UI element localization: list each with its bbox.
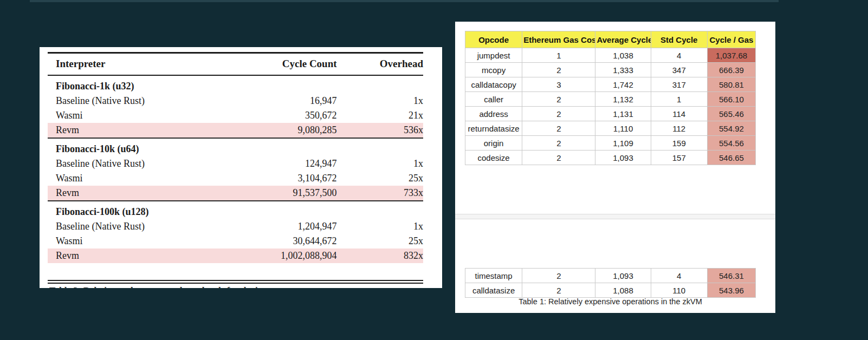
page-break-divider xyxy=(455,214,775,219)
cycle-per-gas-cell: 565.46 xyxy=(707,107,755,121)
cycle-per-gas-cell: 546.65 xyxy=(707,151,755,165)
table-header-row: Interpreter Cycle Count Overhead xyxy=(48,53,423,76)
section-title-row: Fibonacci-1k (u32) xyxy=(48,75,423,94)
table-row: Baseline (Native Rust) 124,947 1x xyxy=(48,156,423,171)
table-row: timestamp 2 1,093 4 546.31 xyxy=(465,269,756,283)
gas-cell: 2 xyxy=(522,63,595,77)
interpreter-name: Baseline (Native Rust) xyxy=(48,156,224,171)
table-row: Wasmi 30,644,672 25x xyxy=(48,234,423,249)
gas-cell: 2 xyxy=(522,136,595,151)
table-row: Baseline (Native Rust) 1,204,947 1x xyxy=(48,219,423,234)
gas-cell: 2 xyxy=(522,121,595,136)
avg-cycle-cell: 1,333 xyxy=(595,63,651,77)
std-cycle-cell: 4 xyxy=(651,269,707,283)
col-header-cycle-per-gas: Cycle / Gas xyxy=(707,31,755,48)
opcode-cell: caller xyxy=(465,92,522,107)
interpreter-name: Baseline (Native Rust) xyxy=(48,94,224,108)
opcode-cell: jumpdest xyxy=(465,48,522,63)
std-cycle-cell: 1 xyxy=(651,92,707,107)
cycle-per-gas-cell: 554.92 xyxy=(707,121,755,136)
opcode-cell: address xyxy=(465,107,522,121)
table-row: address 2 1,131 114 565.46 xyxy=(465,107,756,121)
cycle-per-gas-cell: 666.39 xyxy=(707,63,755,77)
avg-cycle-cell: 1,131 xyxy=(595,107,651,121)
opcode-cell: calldatacopy xyxy=(465,77,522,92)
table-row: returndatasize 2 1,110 112 554.92 xyxy=(465,121,756,136)
interpreter-name: Wasmi xyxy=(48,108,224,123)
table-row: origin 2 1,109 159 554.56 xyxy=(465,136,756,151)
col-header-opcode: Opcode xyxy=(465,31,522,48)
opcode-cell: calldatasize xyxy=(465,283,522,298)
col-header-std-cycle: Std Cycle xyxy=(651,31,707,48)
section-title: Fibonacci-100k (u128) xyxy=(48,201,423,219)
cycle-count-value: 1,002,088,904 xyxy=(224,249,337,263)
section-title: Fibonacci-10k (u64) xyxy=(48,138,423,156)
window-top-edge xyxy=(30,0,779,2)
interpreter-name: Revm xyxy=(48,186,224,201)
cycle-count-value: 16,947 xyxy=(224,94,337,108)
section-title-row: Fibonacci-100k (u128) xyxy=(48,201,423,219)
table-row: Baseline (Native Rust) 16,947 1x xyxy=(48,94,423,108)
interpreter-name: Wasmi xyxy=(48,234,224,249)
table-bottom-rule xyxy=(48,280,423,284)
std-cycle-cell: 159 xyxy=(651,136,707,151)
std-cycle-cell: 4 xyxy=(651,48,707,63)
table-row: codesize 2 1,093 157 546.65 xyxy=(465,151,756,165)
avg-cycle-cell: 1,132 xyxy=(595,92,651,107)
cycle-per-gas-cell: 580.81 xyxy=(707,77,755,92)
section-title-row: Fibonacci-10k (u64) xyxy=(48,138,423,156)
table-row: Wasmi 350,672 21x xyxy=(48,108,423,123)
avg-cycle-cell: 1,109 xyxy=(595,136,651,151)
gas-cell: 1 xyxy=(522,48,595,63)
cycle-count-value: 3,104,672 xyxy=(224,171,337,186)
avg-cycle-cell: 1,088 xyxy=(595,283,651,298)
gas-cell: 2 xyxy=(522,283,595,298)
paper-benchmark-panel: Interpreter Cycle Count Overhead Fibonac… xyxy=(40,47,442,288)
table-row-highlighted: Revm 91,537,500 733x xyxy=(48,186,423,201)
avg-cycle-cell: 1,093 xyxy=(595,151,651,165)
gas-cell: 3 xyxy=(522,77,595,92)
std-cycle-cell: 157 xyxy=(651,151,707,165)
col-header-gas-cost: Ethereum Gas Cost xyxy=(522,31,595,48)
avg-cycle-cell: 1,110 xyxy=(595,121,651,136)
interpreter-name: Wasmi xyxy=(48,171,224,186)
col-header-cycle-count: Cycle Count xyxy=(224,53,337,76)
table-row: Wasmi 3,104,672 25x xyxy=(48,171,423,186)
std-cycle-cell: 110 xyxy=(651,283,707,298)
opcode-cost-table-continued: timestamp 2 1,093 4 546.31 calldatasize … xyxy=(465,268,756,298)
table-row-highlighted: Revm 9,080,285 536x xyxy=(48,123,423,138)
opcode-cell: timestamp xyxy=(465,269,522,283)
doc-page-panel: Opcode Ethereum Gas Cost Average Cycle S… xyxy=(455,22,775,313)
overhead-value: 1x xyxy=(337,156,423,171)
overhead-value: 21x xyxy=(337,108,423,123)
clipped-caption: Table 2: Relative cycle counts and overh… xyxy=(49,285,423,288)
interpreter-name: Revm xyxy=(48,249,224,263)
interpreter-name: Baseline (Native Rust) xyxy=(48,219,224,234)
cycle-per-gas-cell: 543.96 xyxy=(707,283,755,298)
cycle-count-value: 30,644,672 xyxy=(224,234,337,249)
overhead-value: 832x xyxy=(337,249,423,263)
cycle-per-gas-cell: 554.56 xyxy=(707,136,755,151)
cycle-per-gas-cell: 546.31 xyxy=(707,269,755,283)
cycle-per-gas-cell: 1,037.68 xyxy=(707,48,755,63)
table-row: calldatacopy 3 1,742 317 580.81 xyxy=(465,77,756,92)
cycle-count-value: 124,947 xyxy=(224,156,337,171)
col-header-average-cycle: Average Cycle xyxy=(595,31,651,48)
opcode-cell: origin xyxy=(465,136,522,151)
col-header-overhead: Overhead xyxy=(337,53,423,76)
std-cycle-cell: 317 xyxy=(651,77,707,92)
cycle-count-value: 9,080,285 xyxy=(224,123,337,138)
table-header-row: Opcode Ethereum Gas Cost Average Cycle S… xyxy=(465,31,756,48)
interpreter-name: Revm xyxy=(48,123,224,138)
cycle-count-value: 91,537,500 xyxy=(224,186,337,201)
std-cycle-cell: 114 xyxy=(651,107,707,121)
overhead-value: 733x xyxy=(337,186,423,201)
table-row: jumpdest 1 1,038 4 1,037.68 xyxy=(465,48,756,63)
table-caption: Table 1: Relatively expensive operations… xyxy=(465,297,756,306)
gas-cell: 2 xyxy=(522,107,595,121)
opcode-cell: returndatasize xyxy=(465,121,522,136)
overhead-value: 536x xyxy=(337,123,423,138)
overhead-value: 25x xyxy=(337,234,423,249)
gas-cell: 2 xyxy=(522,269,595,283)
table-row: calldatasize 2 1,088 110 543.96 xyxy=(465,283,756,298)
